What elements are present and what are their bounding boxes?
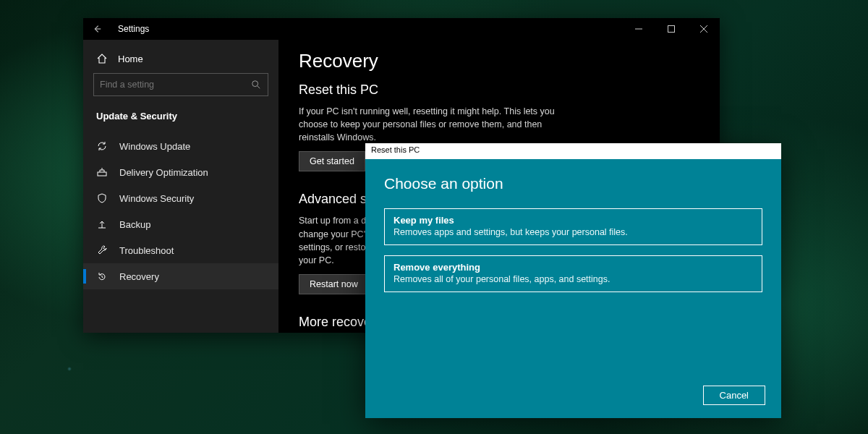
- sync-icon: [96, 140, 108, 152]
- reset-pc-dialog: Reset this PC Choose an option Keep my f…: [365, 143, 781, 418]
- restart-now-button[interactable]: Restart now: [299, 274, 369, 294]
- page-title: Recovery: [299, 50, 699, 72]
- window-title: Settings: [118, 24, 149, 34]
- maximize-button[interactable]: [655, 18, 687, 40]
- backup-icon: [96, 218, 108, 230]
- home-icon: [96, 53, 108, 64]
- sidebar-section-label: Update & Security: [83, 105, 278, 133]
- delivery-icon: [96, 166, 108, 178]
- option-title: Keep my files: [393, 215, 753, 226]
- dialog-heading: Choose an option: [384, 175, 762, 192]
- wrench-icon: [96, 244, 108, 256]
- option-desc: Removes apps and settings, but keeps you…: [393, 227, 753, 237]
- back-arrow-icon[interactable]: [92, 24, 109, 34]
- svg-rect-6: [98, 172, 106, 176]
- option-keep-my-files[interactable]: Keep my files Removes apps and settings,…: [384, 208, 762, 245]
- sidebar-item-label: Backup: [119, 219, 150, 230]
- close-button[interactable]: [687, 18, 720, 40]
- window-controls: [622, 18, 720, 40]
- svg-line-5: [258, 86, 260, 89]
- sidebar-item-label: Windows Update: [119, 141, 190, 152]
- recovery-icon: [96, 271, 108, 282]
- option-desc: Removes all of your personal files, apps…: [393, 274, 753, 284]
- sidebar-item-label: Troubleshoot: [119, 245, 174, 256]
- sidebar-item-label: Delivery Optimization: [119, 167, 208, 178]
- reset-body: If your PC isn't running well, resetting…: [299, 105, 574, 144]
- sidebar-item-label: Recovery: [119, 271, 159, 282]
- cancel-button[interactable]: Cancel: [703, 386, 765, 405]
- option-remove-everything[interactable]: Remove everything Removes all of your pe…: [384, 255, 762, 292]
- sidebar-item-windows-security[interactable]: Windows Security: [83, 185, 278, 211]
- svg-point-4: [252, 81, 258, 87]
- sidebar-item-delivery-optimization[interactable]: Delivery Optimization: [83, 159, 278, 185]
- home-label: Home: [118, 54, 143, 64]
- window-titlebar[interactable]: Settings: [83, 18, 720, 40]
- search-icon: [250, 79, 262, 90]
- sidebar-item-label: Windows Security: [119, 193, 194, 204]
- svg-rect-1: [668, 26, 674, 33]
- sidebar-item-windows-update[interactable]: Windows Update: [83, 133, 278, 159]
- reset-heading: Reset this PC: [299, 82, 699, 98]
- shield-icon: [96, 192, 108, 204]
- sidebar-home[interactable]: Home: [83, 47, 278, 73]
- settings-sidebar: Home Update & Security Windows Update: [83, 40, 278, 333]
- sidebar-item-recovery[interactable]: Recovery: [83, 263, 278, 289]
- option-title: Remove everything: [393, 262, 753, 273]
- minimize-button[interactable]: [622, 18, 655, 40]
- dialog-titlebar[interactable]: Reset this PC: [365, 143, 781, 159]
- get-started-button[interactable]: Get started: [299, 151, 365, 171]
- search-input[interactable]: [100, 80, 250, 90]
- sidebar-nav: Windows Update Delivery Optimization Win…: [83, 133, 278, 289]
- sidebar-item-backup[interactable]: Backup: [83, 211, 278, 237]
- search-input-wrap[interactable]: [93, 73, 268, 96]
- sidebar-item-troubleshoot[interactable]: Troubleshoot: [83, 237, 278, 263]
